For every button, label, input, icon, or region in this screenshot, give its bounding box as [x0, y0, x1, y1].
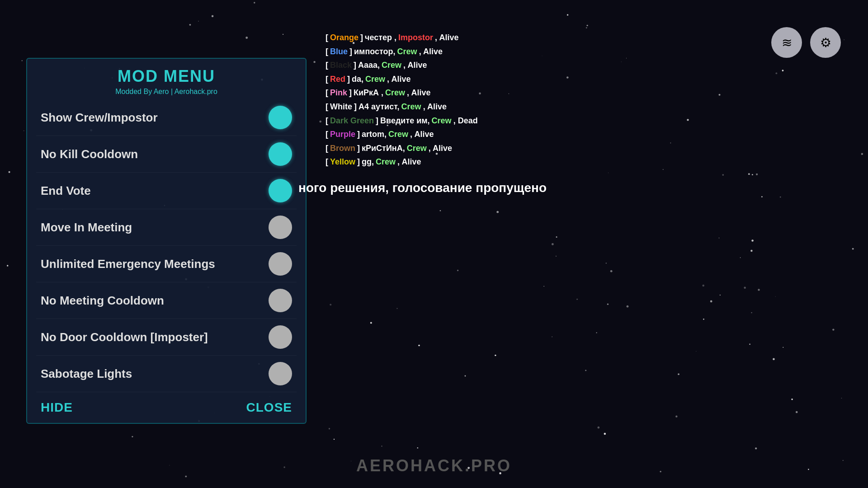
player-role-blue: Crew — [397, 45, 417, 59]
menu-item-sabotage-lights: Sabotage Lights — [36, 356, 297, 392]
open-bracket: [ — [326, 100, 328, 114]
open-bracket: [ — [326, 141, 328, 155]
toggle-unlimited-emergency-meetings[interactable] — [269, 252, 292, 276]
hide-button[interactable]: HIDE — [41, 400, 73, 415]
mod-menu-header: MOD MENU Modded By Aero | Aerohack.pro — [27, 59, 306, 99]
player-role-pink: Crew — [385, 86, 405, 100]
player-role-purple: Crew — [388, 127, 408, 141]
player-color-purple: Purple — [330, 127, 355, 141]
open-bracket: [ — [326, 45, 328, 59]
player-entry-blue: [ Blue ] импостор, Crew, Alive — [326, 45, 478, 59]
close-bracket: ] — [360, 31, 363, 45]
mod-menu-title: MOD MENU — [36, 67, 297, 86]
menu-item-label-no-kill-cooldown: No Kill Cooldown — [41, 147, 138, 161]
player-color-orange: Orange — [330, 31, 359, 45]
toggle-end-vote[interactable] — [269, 179, 292, 202]
player-name-white: А4 аутист, — [359, 100, 400, 114]
toggle-move-in-meeting[interactable] — [269, 216, 292, 239]
player-name-black: Aaaa, — [358, 58, 380, 72]
menu-item-end-vote: End Vote — [36, 173, 297, 209]
close-bracket: ] — [349, 45, 352, 59]
player-role-black: Crew — [382, 58, 401, 72]
menu-item-no-meeting-cooldown: No Meeting Cooldown — [36, 282, 297, 319]
chat-icon: ≋ — [782, 35, 792, 50]
player-entry-black: [ Black ] Aaaa, Crew, Alive — [326, 58, 478, 72]
open-bracket: [ — [326, 58, 328, 72]
open-bracket: [ — [326, 114, 328, 128]
close-bracket: ] — [357, 141, 360, 155]
player-name-purple: artom, — [362, 127, 387, 141]
close-bracket: ] — [357, 155, 360, 169]
player-entry-dark-green: [ Dark Green ] Введите им, Crew, Dead — [326, 114, 478, 128]
open-bracket: [ — [326, 72, 328, 86]
player-name-yellow: gg, — [362, 155, 374, 169]
settings-icon-btn[interactable]: ⚙ — [810, 27, 841, 58]
player-role-yellow: Crew — [376, 155, 396, 169]
chat-icon-btn[interactable]: ≋ — [771, 27, 802, 58]
player-color-white: White — [330, 100, 352, 114]
open-bracket: [ — [326, 127, 328, 141]
close-bracket: ] — [347, 72, 350, 86]
player-list: [ Orange ] честер , Impostor, Alive[ Blu… — [326, 31, 478, 169]
player-name-red: da, — [352, 72, 363, 86]
open-bracket: [ — [326, 86, 328, 100]
player-status-red: , Alive — [387, 72, 410, 86]
mod-menu-subtitle: Modded By Aero | Aerohack.pro — [36, 88, 297, 96]
player-name-brown: кРиСтИнА, — [362, 141, 405, 155]
close-bracket: ] — [354, 58, 356, 72]
player-role-orange: Impostor — [398, 31, 433, 45]
player-status-yellow: , Alive — [397, 155, 421, 169]
close-bracket: ] — [349, 86, 352, 100]
player-name-blue: импостор, — [354, 45, 396, 59]
menu-item-label-show-crew-impostor: Show Crew/Impostor — [41, 111, 158, 125]
player-entry-white: [ White ] А4 аутист, Crew, Alive — [326, 100, 478, 114]
player-role-red: Crew — [365, 72, 385, 86]
player-name-orange: честер , — [365, 31, 396, 45]
subtitle-text: ного решения, голосование пропущено — [298, 181, 547, 195]
menu-item-show-crew-impostor: Show Crew/Impostor — [36, 99, 297, 136]
close-bracket: ] — [376, 114, 378, 128]
toggle-sabotage-lights[interactable] — [269, 362, 292, 385]
player-color-black: Black — [330, 58, 352, 72]
close-bracket: ] — [354, 100, 357, 114]
player-entry-red: [ Red ] da, Crew, Alive — [326, 72, 478, 86]
menu-item-no-door-cooldown: No Door Cooldown [Imposter] — [36, 319, 297, 356]
menu-item-label-move-in-meeting: Move In Meeting — [41, 221, 132, 235]
player-color-dark green: Dark Green — [330, 114, 374, 128]
player-status-black: , Alive — [403, 58, 427, 72]
player-color-brown: Brown — [330, 141, 355, 155]
menu-item-label-sabotage-lights: Sabotage Lights — [41, 367, 132, 381]
player-entry-yellow: [ Yellow ] gg, Crew, Alive — [326, 155, 478, 169]
player-status-blue: , Alive — [419, 45, 443, 59]
close-bracket: ] — [357, 127, 360, 141]
top-icons: ≋ ⚙ — [771, 27, 841, 58]
menu-item-label-unlimited-emergency-meetings: Unlimited Emergency Meetings — [41, 257, 215, 271]
menu-footer: HIDE CLOSE — [27, 392, 306, 418]
mod-menu: MOD MENU Modded By Aero | Aerohack.pro S… — [26, 58, 307, 424]
player-color-pink: Pink — [330, 86, 347, 100]
player-entry-pink: [ Pink ] КиРкА , Crew, Alive — [326, 86, 478, 100]
player-color-blue: Blue — [330, 45, 348, 59]
toggle-no-kill-cooldown[interactable] — [269, 142, 292, 166]
menu-item-no-kill-cooldown: No Kill Cooldown — [36, 136, 297, 173]
menu-item-label-end-vote: End Vote — [41, 184, 91, 198]
player-name-dark green: Введите им, — [380, 114, 430, 128]
player-status-purple: , Alive — [410, 127, 434, 141]
player-status-dark green: , Dead — [453, 114, 478, 128]
player-entry-orange: [ Orange ] честер , Impostor, Alive — [326, 31, 478, 45]
toggle-no-door-cooldown[interactable] — [269, 325, 292, 349]
player-role-white: Crew — [401, 100, 421, 114]
player-status-pink: , Alive — [407, 86, 430, 100]
toggle-show-crew-impostor[interactable] — [269, 106, 292, 129]
player-status-white: , Alive — [423, 100, 447, 114]
menu-item-label-no-door-cooldown: No Door Cooldown [Imposter] — [41, 330, 208, 344]
player-role-brown: Crew — [407, 141, 427, 155]
open-bracket: [ — [326, 155, 328, 169]
watermark: AEROHACK.PRO — [356, 456, 512, 475]
menu-item-label-no-meeting-cooldown: No Meeting Cooldown — [41, 294, 164, 308]
close-button[interactable]: CLOSE — [246, 400, 292, 415]
player-role-dark green: Crew — [432, 114, 452, 128]
menu-item-unlimited-emergency-meetings: Unlimited Emergency Meetings — [36, 246, 297, 282]
toggle-no-meeting-cooldown[interactable] — [269, 289, 292, 312]
player-entry-brown: [ Brown ] кРиСтИнА, Crew, Alive — [326, 141, 478, 155]
